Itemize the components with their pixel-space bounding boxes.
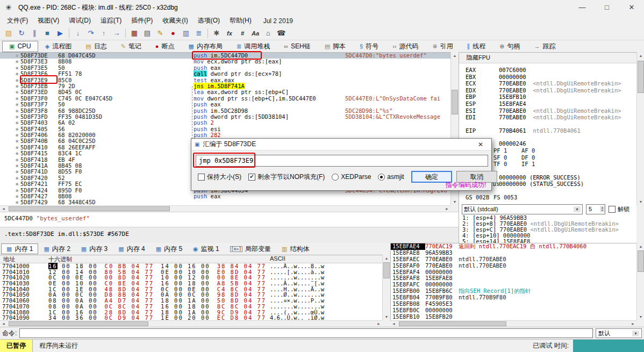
breakpoint-dot[interactable]: ● [0,71,20,77]
scroll-thumb[interactable] [452,90,458,114]
scroll-down-icon[interactable]: ▼ [637,198,644,205]
calling-convention-combo[interactable]: 默认 (stdcall) ▼ [462,204,583,214]
assemble-instruction-input[interactable] [196,155,488,167]
stop-icon[interactable]: ■ [41,27,54,39]
unlock-checkbox[interactable]: 解锁 [609,205,629,213]
tab-seh[interactable]: ∞SEH链 [277,41,318,52]
register-row[interactable]: EBX00000000 [466,74,636,81]
stack-row[interactable]: 15E8FB1015E8FB20 [391,314,636,320]
breakpoints-icon[interactable]: ● [167,27,180,39]
menu-item-trace[interactable]: 追踪(T) [96,15,126,26]
breakpoint-dot[interactable]: ● [0,188,20,193]
scroll-left-icon[interactable]: ◄ [0,206,7,212]
disasm-row[interactable]: ●5D8F742968 3448C45D [0,199,450,205]
scroll-down-icon[interactable]: ▼ [637,313,644,320]
arg-count-spinner[interactable]: 5 ▲▼ [586,204,605,214]
tab-log[interactable]: ▤日志 [78,41,113,52]
breakpoint-dot[interactable]: ● [0,120,20,126]
scroll-left-icon[interactable]: ◄ [0,321,7,327]
tab-threads[interactable]: ∥线程 [460,41,493,52]
breakpoint-dot[interactable]: ● [0,114,20,120]
disasm-row[interactable]: ●5D8F73E38B08mov ecx,dword ptr ds:[eax] [0,59,450,64]
step-over-icon[interactable]: ↷ [84,27,97,39]
menu-item-debug[interactable]: 调试(D) [64,15,96,26]
breakpoint-dot[interactable]: ● [0,199,20,205]
register-row[interactable]: EIP770B4061 ntdll.770B4061 [466,127,636,134]
menu-item-plugins[interactable]: 插件(P) [126,15,158,26]
spinner-arrows-icon[interactable]: ▲▼ [600,206,605,212]
run-icon[interactable]: ▶ [54,27,67,39]
register-row[interactable]: ESI770EABE0 <ntdll.DbgUiRemoteBreakin> [466,107,636,114]
breakpoint-dot[interactable]: ● [0,59,20,64]
scroll-up-icon[interactable]: ▲ [637,52,644,59]
minimize-button[interactable]: — [570,0,595,15]
scroll-down-icon[interactable]: ▼ [383,313,390,320]
breakpoint-dot[interactable]: ● [0,157,20,163]
stack-row[interactable]: 15E8FB0C00000000 [391,307,636,314]
home-icon[interactable]: ⌂ [262,27,275,39]
menu-item-help[interactable]: 帮助(H) [225,15,256,26]
register-row[interactable]: ESP15E8FAE4 [466,100,636,107]
breakpoint-dot[interactable]: ● [0,77,20,83]
tab-memory-1[interactable]: ▦内存 1 [1,243,38,254]
flag-value[interactable]: DF 0 [521,154,549,161]
breakpoint-dot[interactable]: ● [0,96,20,102]
dump-hscrollbar[interactable]: ◄ ► [0,320,382,327]
breakpoint-dot[interactable]: ● [0,126,20,132]
scroll-down-icon[interactable]: ▼ [451,198,459,205]
dump-scrollbar[interactable]: ▲ ▼ [382,255,390,320]
maximize-button[interactable]: □ [595,0,619,15]
register-row[interactable]: EDI770EABE0 <ntdll.DbgUiRemoteBreakin> [466,114,636,121]
scroll-thumb[interactable] [638,61,644,93]
breakpoint-dot[interactable]: ● [0,108,20,114]
run-to-cursor-icon[interactable]: → [110,27,123,39]
tab-memory-2[interactable]: ▦内存 2 [38,243,75,254]
menu-item-view[interactable]: 视图(V) [33,15,64,26]
tab-watch-1[interactable]: ◉监视 1 [188,243,225,254]
tab-script[interactable]: ▤脚本 [318,41,353,52]
register-row[interactable]: EBP15E8FB10 [466,94,636,100]
scroll-up-icon[interactable]: ▲ [383,255,390,262]
breakpoint-dot[interactable]: ● [0,138,20,144]
disasm-row[interactable]: ●5D8F73F0C745 0C E047C45Dmov dword ptr s… [0,96,450,102]
step-out-icon[interactable]: ↑ [97,27,110,39]
flag-value[interactable]: IF 1 [521,161,549,168]
tab-trace[interactable]: →跟踪 [527,41,562,52]
breakpoint-dot[interactable]: ● [0,65,20,71]
breakpoint-dot[interactable]: ● [0,175,20,181]
menu-item-options[interactable]: 选项(O) [193,15,225,26]
tab-locals[interactable]: [x=]局部变量 [225,243,276,254]
memory-map-icon[interactable]: ▥ [180,27,192,39]
stack-hscrollbar[interactable]: ◄ ► [390,320,636,327]
register-row[interactable]: ECX770EABE0 <ntdll.DbgUiRemoteBreakin> [466,80,636,87]
tab-memory-map[interactable]: ▦内存布局 [182,41,230,52]
scroll-right-icon[interactable]: ► [629,321,636,327]
breakpoint-dot[interactable]: ● [0,83,20,89]
flag-value[interactable]: GS 002B [466,194,493,201]
menu-item-file[interactable]: 文件(F) [2,15,33,26]
fx-icon[interactable]: fx [223,27,236,39]
scroll-thumb[interactable] [399,321,506,326]
trace-record-icon[interactable]: ▦ [128,27,141,39]
register-row[interactable]: EDX770EABE0 <ntdll.DbgUiRemoteBreakin> [466,87,636,94]
dialog-close-icon[interactable]: ✕ [473,141,488,148]
stack-scrollbar[interactable]: ▲ ▼ [636,243,644,320]
flag-value[interactable]: SF 0 [493,154,521,161]
tab-symbols[interactable]: §符号 [353,41,385,52]
asmjit-radio[interactable]: asmjit [378,173,404,181]
tab-graph[interactable]: ◈流程图 [38,41,78,52]
breakpoint-dot[interactable]: ● [0,89,20,95]
tab-memory-4[interactable]: ▦内存 4 [113,243,150,254]
breakpoint-dot[interactable]: ● [0,163,20,169]
keep-size-checkbox[interactable]: 保持大小(S) [198,173,241,182]
command-script-combo[interactable]: 默认 ▼ [596,328,642,338]
breakpoint-dot[interactable]: ● [0,145,20,150]
step-into-icon[interactable]: ↓ [71,27,84,39]
hash-icon[interactable]: # [236,27,249,39]
argument-row[interactable]: 5: [esp+14] 15E8FAE8 [462,239,619,243]
scroll-left-icon[interactable]: ◄ [390,321,397,327]
notes-icon[interactable]: ✎ [154,27,167,39]
flag-value[interactable]: FS 0053 [493,194,521,201]
menu-item-favourites[interactable]: 收藏夹(I) [158,15,192,26]
scroll-thumb[interactable] [9,321,148,326]
